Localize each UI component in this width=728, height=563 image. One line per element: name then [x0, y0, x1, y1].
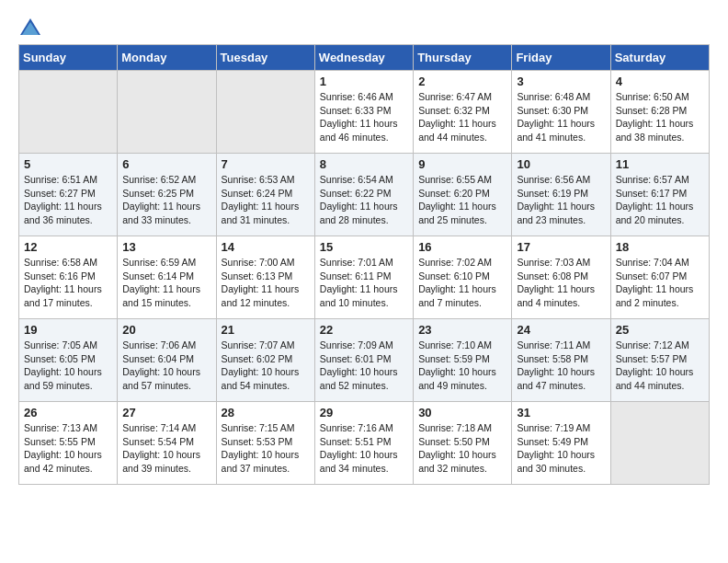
day-info: Sunrise: 7:06 AMSunset: 6:04 PMDaylight:…	[122, 339, 210, 393]
day-info: Sunrise: 7:02 AMSunset: 6:10 PMDaylight:…	[418, 256, 506, 310]
day-info: Sunrise: 7:07 AMSunset: 6:02 PMDaylight:…	[222, 339, 310, 393]
day-number: 21	[222, 323, 310, 337]
calendar-cell: 26Sunrise: 7:13 AMSunset: 5:55 PMDayligh…	[19, 402, 118, 485]
header-day-tuesday: Tuesday	[216, 45, 314, 71]
day-number: 27	[122, 406, 210, 419]
day-info: Sunrise: 7:18 AMSunset: 5:50 PMDaylight:…	[418, 421, 506, 476]
calendar-cell: 12Sunrise: 6:58 AMSunset: 6:16 PMDayligh…	[19, 236, 118, 319]
calendar-cell: 23Sunrise: 7:10 AMSunset: 5:59 PMDayligh…	[414, 319, 512, 402]
day-number: 17	[517, 240, 605, 254]
day-number: 14	[222, 240, 310, 254]
header-day-sunday: Sunday	[19, 45, 118, 71]
calendar-cell: 24Sunrise: 7:11 AMSunset: 5:58 PMDayligh…	[512, 319, 610, 402]
day-info: Sunrise: 7:19 AMSunset: 5:49 PMDaylight:…	[517, 421, 605, 476]
day-number: 12	[24, 240, 112, 254]
day-number: 24	[517, 323, 605, 337]
day-info: Sunrise: 6:55 AMSunset: 6:20 PMDaylight:…	[418, 173, 506, 227]
calendar-cell: 25Sunrise: 7:12 AMSunset: 5:57 PMDayligh…	[610, 319, 709, 402]
calendar-week-1: 1Sunrise: 6:46 AMSunset: 6:33 PMDaylight…	[19, 71, 710, 154]
calendar-cell: 17Sunrise: 7:03 AMSunset: 6:08 PMDayligh…	[512, 236, 610, 319]
day-info: Sunrise: 6:54 AMSunset: 6:22 PMDaylight:…	[320, 173, 408, 227]
day-number: 10	[517, 157, 605, 171]
day-info: Sunrise: 7:00 AMSunset: 6:13 PMDaylight:…	[222, 256, 310, 310]
day-number: 7	[222, 157, 310, 171]
calendar-cell: 16Sunrise: 7:02 AMSunset: 6:10 PMDayligh…	[414, 236, 512, 319]
day-info: Sunrise: 6:53 AMSunset: 6:24 PMDaylight:…	[222, 173, 310, 227]
day-number: 6	[122, 157, 210, 171]
day-number: 2	[418, 75, 506, 88]
calendar-cell: 22Sunrise: 7:09 AMSunset: 6:01 PMDayligh…	[314, 319, 413, 402]
page-header	[18, 18, 710, 35]
calendar-cell: 6Sunrise: 6:52 AMSunset: 6:25 PMDaylight…	[118, 154, 216, 236]
calendar-cell: 1Sunrise: 6:46 AMSunset: 6:33 PMDaylight…	[314, 71, 413, 154]
day-number: 30	[418, 406, 506, 419]
calendar-cell	[118, 71, 216, 154]
header-day-thursday: Thursday	[414, 45, 512, 71]
day-number: 22	[320, 323, 408, 337]
day-number: 19	[24, 323, 112, 337]
calendar-cell: 15Sunrise: 7:01 AMSunset: 6:11 PMDayligh…	[314, 236, 413, 319]
day-info: Sunrise: 7:09 AMSunset: 6:01 PMDaylight:…	[320, 339, 408, 393]
calendar-cell: 11Sunrise: 6:57 AMSunset: 6:17 PMDayligh…	[610, 154, 709, 236]
calendar-cell: 10Sunrise: 6:56 AMSunset: 6:19 PMDayligh…	[512, 154, 610, 236]
header-day-monday: Monday	[118, 45, 216, 71]
calendar-table: SundayMondayTuesdayWednesdayThursdayFrid…	[18, 44, 710, 485]
logo	[18, 18, 42, 35]
calendar-cell: 7Sunrise: 6:53 AMSunset: 6:24 PMDaylight…	[216, 154, 314, 236]
calendar-week-2: 5Sunrise: 6:51 AMSunset: 6:27 PMDaylight…	[19, 154, 710, 236]
day-info: Sunrise: 6:50 AMSunset: 6:28 PMDaylight:…	[616, 90, 704, 144]
calendar-cell	[216, 71, 314, 154]
day-info: Sunrise: 7:03 AMSunset: 6:08 PMDaylight:…	[517, 256, 605, 310]
day-number: 28	[222, 406, 310, 419]
calendar-cell: 18Sunrise: 7:04 AMSunset: 6:07 PMDayligh…	[610, 236, 709, 319]
day-info: Sunrise: 6:48 AMSunset: 6:30 PMDaylight:…	[517, 90, 605, 144]
day-info: Sunrise: 7:16 AMSunset: 5:51 PMDaylight:…	[320, 421, 408, 476]
day-info: Sunrise: 6:47 AMSunset: 6:32 PMDaylight:…	[418, 90, 506, 144]
calendar-cell	[610, 402, 709, 485]
calendar-cell	[19, 71, 118, 154]
day-number: 15	[320, 240, 408, 254]
day-number: 25	[616, 323, 704, 337]
day-number: 11	[616, 157, 704, 171]
calendar-week-5: 26Sunrise: 7:13 AMSunset: 5:55 PMDayligh…	[19, 402, 710, 485]
calendar-cell: 31Sunrise: 7:19 AMSunset: 5:49 PMDayligh…	[512, 402, 610, 485]
calendar-cell: 8Sunrise: 6:54 AMSunset: 6:22 PMDaylight…	[314, 154, 413, 236]
day-info: Sunrise: 6:51 AMSunset: 6:27 PMDaylight:…	[24, 173, 112, 227]
day-number: 16	[418, 240, 506, 254]
calendar-cell: 14Sunrise: 7:00 AMSunset: 6:13 PMDayligh…	[216, 236, 314, 319]
calendar-cell: 30Sunrise: 7:18 AMSunset: 5:50 PMDayligh…	[414, 402, 512, 485]
day-number: 29	[320, 406, 408, 419]
day-info: Sunrise: 7:10 AMSunset: 5:59 PMDaylight:…	[418, 339, 506, 393]
calendar-cell: 2Sunrise: 6:47 AMSunset: 6:32 PMDaylight…	[414, 71, 512, 154]
day-number: 26	[24, 406, 112, 419]
calendar-week-3: 12Sunrise: 6:58 AMSunset: 6:16 PMDayligh…	[19, 236, 710, 319]
calendar-cell: 28Sunrise: 7:15 AMSunset: 5:53 PMDayligh…	[216, 402, 314, 485]
calendar-cell: 21Sunrise: 7:07 AMSunset: 6:02 PMDayligh…	[216, 319, 314, 402]
day-info: Sunrise: 6:46 AMSunset: 6:33 PMDaylight:…	[320, 90, 408, 144]
day-info: Sunrise: 7:11 AMSunset: 5:58 PMDaylight:…	[517, 339, 605, 393]
day-number: 20	[122, 323, 210, 337]
calendar-cell: 20Sunrise: 7:06 AMSunset: 6:04 PMDayligh…	[118, 319, 216, 402]
calendar-cell: 5Sunrise: 6:51 AMSunset: 6:27 PMDaylight…	[19, 154, 118, 236]
logo-icon	[20, 18, 40, 35]
day-number: 5	[24, 157, 112, 171]
day-info: Sunrise: 7:05 AMSunset: 6:05 PMDaylight:…	[24, 339, 112, 393]
day-info: Sunrise: 7:14 AMSunset: 5:54 PMDaylight:…	[122, 421, 210, 476]
calendar-cell: 13Sunrise: 6:59 AMSunset: 6:14 PMDayligh…	[118, 236, 216, 319]
calendar-cell: 9Sunrise: 6:55 AMSunset: 6:20 PMDaylight…	[414, 154, 512, 236]
day-info: Sunrise: 7:13 AMSunset: 5:55 PMDaylight:…	[24, 421, 112, 476]
day-number: 4	[616, 75, 704, 88]
calendar-cell: 4Sunrise: 6:50 AMSunset: 6:28 PMDaylight…	[610, 71, 709, 154]
day-number: 1	[320, 75, 408, 88]
calendar-cell: 19Sunrise: 7:05 AMSunset: 6:05 PMDayligh…	[19, 319, 118, 402]
calendar-cell: 3Sunrise: 6:48 AMSunset: 6:30 PMDaylight…	[512, 71, 610, 154]
header-day-wednesday: Wednesday	[314, 45, 413, 71]
calendar-cell: 29Sunrise: 7:16 AMSunset: 5:51 PMDayligh…	[314, 402, 413, 485]
day-info: Sunrise: 7:04 AMSunset: 6:07 PMDaylight:…	[616, 256, 704, 310]
day-info: Sunrise: 6:58 AMSunset: 6:16 PMDaylight:…	[24, 256, 112, 310]
day-info: Sunrise: 6:57 AMSunset: 6:17 PMDaylight:…	[616, 173, 704, 227]
day-number: 18	[616, 240, 704, 254]
day-number: 8	[320, 157, 408, 171]
day-number: 13	[122, 240, 210, 254]
header-day-friday: Friday	[512, 45, 610, 71]
